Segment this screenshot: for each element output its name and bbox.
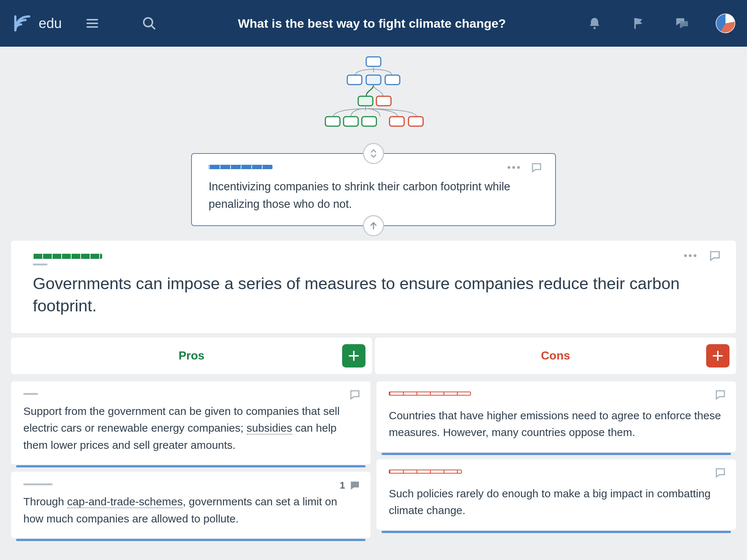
comment-icon[interactable]: [709, 250, 721, 262]
top-bar: edu What is the best way to fight climat…: [0, 0, 747, 47]
header-actions: [584, 13, 735, 34]
con-text: Countries that have higher emissions nee…: [389, 407, 724, 441]
arguments-row: Support from the government can be given…: [11, 381, 736, 538]
rating-subline: [33, 264, 47, 265]
svg-rect-9: [385, 75, 400, 85]
logo-text: edu: [39, 16, 62, 31]
pro-card[interactable]: 1 Through cap-and-trade-schemes, governm…: [11, 472, 371, 538]
svg-rect-10: [358, 96, 373, 106]
pro-text: Through cap-and-trade-schemes, governmen…: [23, 493, 358, 527]
rating-subline: [23, 483, 53, 485]
svg-rect-12: [325, 117, 340, 126]
pro-card[interactable]: Support from the government can be given…: [11, 381, 371, 465]
con-text: Such policies rarely do enough to make a…: [389, 485, 724, 519]
con-card[interactable]: Such policies rarely do enough to make a…: [376, 459, 736, 530]
pros-column: Support from the government can be given…: [11, 381, 371, 538]
avatar[interactable]: [716, 13, 735, 33]
search-icon[interactable]: [139, 13, 159, 34]
messages-icon[interactable]: [672, 13, 692, 34]
comment-icon[interactable]: [715, 389, 726, 400]
collapse-toggle-icon[interactable]: [363, 143, 384, 164]
comment-icon[interactable]: [531, 162, 542, 173]
con-card[interactable]: Countries that have higher emissions nee…: [376, 381, 736, 452]
minimap[interactable]: [0, 47, 747, 149]
page-title: What is the best way to fight climate ch…: [174, 16, 570, 31]
pros-cons-header-row: Pros Cons: [11, 338, 736, 374]
add-con-button[interactable]: [706, 344, 729, 368]
svg-point-5: [593, 27, 596, 29]
svg-rect-15: [390, 117, 404, 126]
svg-rect-16: [409, 117, 423, 126]
svg-rect-6: [366, 57, 381, 66]
main-claim-text: Governments can impose a series of measu…: [33, 273, 714, 317]
flag-icon[interactable]: [628, 13, 649, 34]
rating-bar: [33, 254, 102, 259]
svg-rect-13: [344, 117, 358, 126]
comment-count[interactable]: 1: [340, 480, 360, 491]
navigate-up-icon[interactable]: [363, 215, 384, 236]
rating-bar: [389, 470, 462, 474]
comment-icon[interactable]: [715, 467, 726, 478]
rating-bar: [209, 165, 272, 169]
svg-rect-14: [362, 117, 376, 126]
main-claim-card[interactable]: ••• Governments can impose a series of m…: [11, 241, 736, 333]
logo-cluster[interactable]: edu: [12, 13, 62, 34]
pro-text: Support from the government can be given…: [23, 403, 358, 454]
rating-bar: [389, 392, 471, 396]
cons-column: Countries that have higher emissions nee…: [376, 381, 736, 538]
more-icon[interactable]: •••: [507, 162, 522, 173]
bell-icon[interactable]: [584, 13, 605, 34]
cons-label: Cons: [541, 349, 570, 362]
more-icon[interactable]: •••: [684, 250, 698, 262]
pros-header: Pros: [11, 338, 372, 374]
add-pro-button[interactable]: [342, 344, 365, 368]
svg-line-4: [151, 26, 155, 29]
parent-claim-text: Incentivizing companies to shrink their …: [209, 178, 538, 213]
pros-label: Pros: [178, 349, 204, 362]
svg-rect-7: [347, 75, 362, 85]
rating-subline: [23, 393, 38, 395]
svg-rect-8: [366, 75, 381, 85]
svg-rect-11: [376, 96, 391, 106]
parent-claim-card[interactable]: ••• Incentivizing companies to shrink th…: [191, 153, 556, 226]
menu-icon[interactable]: [82, 13, 102, 34]
logo-icon: [12, 13, 33, 34]
cons-header: Cons: [375, 338, 736, 374]
comment-icon[interactable]: [349, 389, 360, 400]
